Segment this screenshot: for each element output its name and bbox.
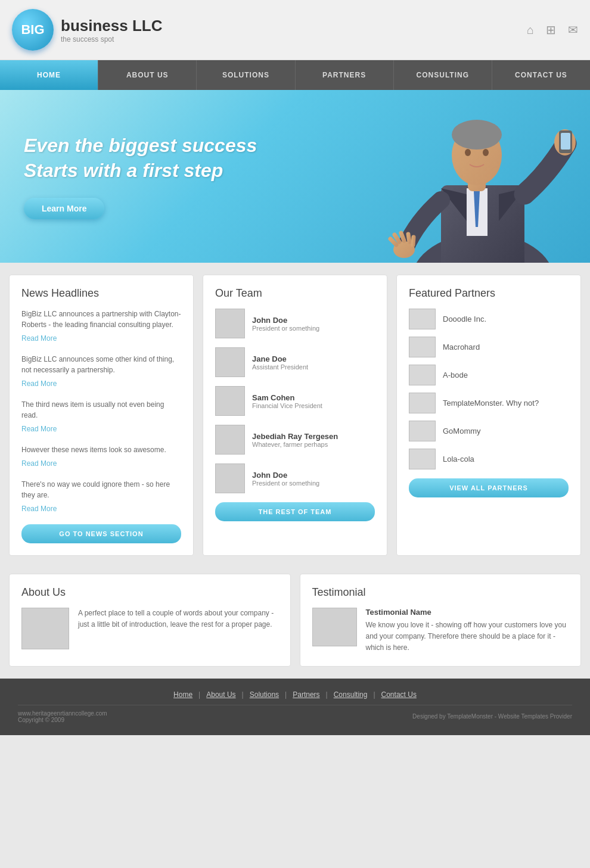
hero-image — [280, 90, 590, 263]
team-name-2: Jane Doe — [252, 354, 308, 363]
news-read-more-4[interactable]: Read More — [21, 459, 57, 468]
news-read-more-3[interactable]: Read More — [21, 425, 57, 433]
logo-area: BIG business LLC the success spot — [12, 9, 162, 51]
footer-link-solutions[interactable]: Solutions — [250, 690, 279, 699]
team-member-1: John Doe President or something — [215, 309, 375, 338]
news-read-more-5[interactable]: Read More — [21, 505, 57, 513]
footer-sep-4: | — [326, 690, 328, 699]
news-text-5: There's no way we could ignore them - so… — [21, 479, 181, 500]
svg-line-17 — [401, 233, 404, 241]
team-info-2: Jane Doe Assistant President — [252, 354, 308, 371]
news-text-1: BigBiz LLC announces a partnership with … — [21, 309, 181, 330]
svg-line-16 — [395, 235, 399, 242]
logo-icon: BIG — [12, 9, 54, 51]
footer-sep-1: | — [198, 690, 200, 699]
footer-sep-5: | — [373, 690, 375, 699]
team-info-4: Jebediah Ray Tergesen Whatever, farmer p… — [252, 432, 338, 448]
hero-banner: Even the biggest success Starts with a f… — [0, 90, 590, 263]
nav-item-consulting[interactable]: CONSULTING — [394, 60, 492, 90]
hero-content: Even the biggest success Starts with a f… — [0, 116, 281, 237]
sitemap-icon[interactable]: ⊞ — [546, 23, 556, 37]
team-info-3: Sam Cohen Financial Vice President — [252, 393, 322, 409]
partners-card: Featured Partners Dooodle Inc. Macrohard… — [396, 275, 581, 556]
partner-name-5: GoMommy — [443, 427, 481, 435]
site-footer: Home | About Us | Solutions | Partners |… — [0, 679, 590, 735]
testimonial-title: Testimonial — [312, 586, 569, 599]
about-title: About Us — [21, 586, 278, 599]
partner-logo-6 — [409, 449, 436, 469]
partner-item-4: TemplateMonster. Why not? — [409, 393, 569, 413]
footer-sep-2: | — [242, 690, 244, 699]
partner-name-4: TemplateMonster. Why not? — [443, 399, 539, 407]
footer-nav: Home | About Us | Solutions | Partners |… — [18, 690, 572, 699]
nav-item-about[interactable]: ABOUT US — [98, 60, 197, 90]
testimonial-inner: Testimonial Name We know you love it - s… — [312, 608, 569, 654]
partner-name-3: A-bode — [443, 371, 468, 379]
news-text-3: The third news item is usually not even … — [21, 399, 181, 421]
tagline: the success spot — [61, 35, 162, 43]
team-photo-5 — [215, 463, 245, 493]
about-photo — [21, 608, 69, 649]
team-member-4: Jebediah Ray Tergesen Whatever, farmer p… — [215, 425, 375, 455]
news-item-4: However these news items look so awesome… — [21, 444, 181, 468]
svg-point-9 — [465, 149, 471, 156]
site-header: BIG business LLC the success spot ⌂ ⊞ ✉ — [0, 0, 590, 60]
nav-item-home[interactable]: HOME — [0, 60, 98, 90]
team-info-1: John Doe President or something — [252, 316, 319, 332]
news-item-2: BigBiz LLC announces some other kind of … — [21, 354, 181, 388]
nav-item-solutions[interactable]: SOLUTIONS — [197, 60, 295, 90]
team-title: Our Team — [215, 287, 375, 300]
logo-text: business LLC the success spot — [61, 17, 162, 43]
team-name-3: Sam Cohen — [252, 393, 322, 402]
footer-link-about[interactable]: About Us — [206, 690, 235, 699]
footer-link-partners[interactable]: Partners — [293, 690, 319, 699]
news-card: News Headlines BigBiz LLC announces a pa… — [9, 275, 194, 556]
email-icon[interactable]: ✉ — [568, 23, 578, 37]
go-to-news-button[interactable]: GO TO NEWS SECTION — [21, 524, 181, 543]
team-photo-2 — [215, 347, 245, 377]
footer-link-home[interactable]: Home — [173, 690, 192, 699]
testimonial-text: We know you love it - showing off how yo… — [366, 620, 569, 654]
partner-name-2: Macrohard — [443, 343, 480, 351]
partner-logo-5 — [409, 421, 436, 441]
news-title: News Headlines — [21, 287, 181, 300]
team-member-3: Sam Cohen Financial Vice President — [215, 386, 375, 416]
home-icon[interactable]: ⌂ — [527, 23, 534, 37]
svg-point-8 — [452, 120, 502, 150]
news-text-2: BigBiz LLC announces some other kind of … — [21, 354, 181, 375]
team-member-5: John Doe President or something — [215, 463, 375, 493]
footer-link-consulting[interactable]: Consulting — [334, 690, 368, 699]
rest-of-team-button[interactable]: THE REST OF TEAM — [215, 502, 375, 521]
team-photo-1 — [215, 309, 245, 338]
header-icon-group: ⌂ ⊞ ✉ — [527, 23, 578, 37]
partner-logo-4 — [409, 393, 436, 413]
partner-name-1: Dooodle Inc. — [443, 315, 486, 323]
team-photo-3 — [215, 386, 245, 416]
partner-logo-2 — [409, 337, 436, 357]
news-read-more-2[interactable]: Read More — [21, 379, 57, 388]
partner-item-6: Lola-cola — [409, 449, 569, 469]
partner-logo-1 — [409, 309, 436, 329]
nav-item-contact[interactable]: CONTACT US — [492, 60, 590, 90]
view-all-partners-button[interactable]: VIEW ALL PARTNERS — [409, 478, 569, 497]
team-title-2: Assistant President — [252, 363, 308, 371]
footer-link-contact[interactable]: Contact Us — [381, 690, 417, 699]
nav-item-partners[interactable]: PARTNERS — [296, 60, 394, 90]
partner-name-6: Lola-cola — [443, 455, 474, 463]
news-item-1: BigBiz LLC announces a partnership with … — [21, 309, 181, 343]
team-info-5: John Doe President or something — [252, 471, 319, 487]
learn-more-button[interactable]: Learn More — [24, 198, 104, 219]
footer-bottom: www.heritageenrtianncollege.comCopyright… — [18, 705, 572, 723]
partners-title: Featured Partners — [409, 287, 569, 300]
news-read-more-1[interactable]: Read More — [21, 334, 57, 343]
team-photo-4 — [215, 425, 245, 455]
news-item-3: The third news item is usually not even … — [21, 399, 181, 434]
team-title-5: President or something — [252, 480, 319, 487]
testimonial-card: Testimonial Testimonial Name We know you… — [300, 574, 582, 667]
partner-item-1: Dooodle Inc. — [409, 309, 569, 329]
testimonial-name: Testimonial Name — [366, 608, 569, 617]
testimonial-content: Testimonial Name We know you love it - s… — [366, 608, 569, 654]
footer-copyright: www.heritageenrtianncollege.comCopyright… — [18, 710, 107, 723]
footer-credit: Designed by TemplateMonster - Website Te… — [412, 713, 572, 720]
team-name-4: Jebediah Ray Tergesen — [252, 432, 338, 441]
